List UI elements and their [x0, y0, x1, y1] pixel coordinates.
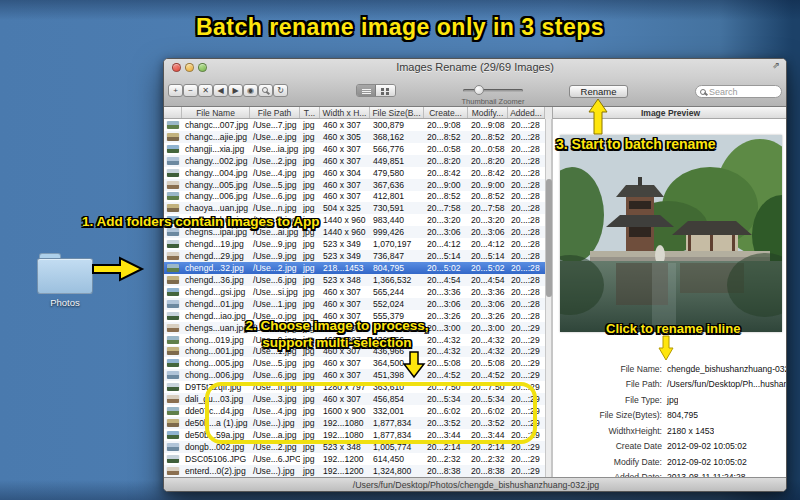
cell: enterd...0(2).jpg [182, 466, 250, 476]
cell: 1,324,800 [370, 466, 424, 476]
cell: /Use...7.jpg [250, 120, 300, 130]
thumbnail-zoomer-knob[interactable] [474, 85, 484, 95]
metadata-value[interactable]: /Users/fun/Desktop/Ph...hushanzhuang-032… [662, 379, 786, 389]
back-icon[interactable]: ◀ [213, 84, 228, 97]
column-header[interactable]: File Name [182, 107, 250, 118]
table-row[interactable]: chong...005.jpg/Use...5.jpgjpg460 x 3073… [164, 357, 545, 369]
inline-down-arrow-icon [658, 336, 674, 361]
table-row[interactable]: changy...004.jpg/Use...4.jpgjpg460 x 304… [164, 167, 545, 179]
cell: jpg [300, 168, 320, 178]
table-row[interactable]: changy...006.jpg/Use...6.jpgjpg460 x 307… [164, 191, 545, 203]
cell: chengd...29.jpg [182, 251, 250, 261]
cell: 20...8:38 [468, 466, 508, 476]
cell: 20...7:58 [468, 203, 508, 213]
search-input[interactable]: Search [695, 85, 782, 98]
table-row[interactable]: changji...xia.jpg/Use...ia.jpgjpg460 x 3… [164, 143, 545, 155]
table-row[interactable]: chengd...29.jpg/Use...9.jpgjpg523 x 3497… [164, 250, 545, 262]
cell: changy...005.jpg [182, 180, 250, 190]
column-header[interactable]: File Size(B... [370, 107, 424, 118]
table-row[interactable]: chengd...gsi.jpg/Use...si.jpgjpg460 x 30… [164, 286, 545, 298]
status-bar-path: /Users/fun/Desktop/Photos/chengde_bishus… [164, 477, 787, 492]
metadata-row: WidthxHeight:2180 x 1453 [556, 423, 786, 439]
fullscreen-icon[interactable]: ⇗ [772, 60, 780, 70]
add-icon[interactable]: + [168, 84, 183, 97]
cell: 20...4:32 [468, 346, 508, 356]
cell: 367,636 [370, 180, 424, 190]
thumbnail-icon [167, 169, 179, 177]
search-icon[interactable] [258, 84, 273, 97]
table-scrollbar-thumb[interactable] [546, 179, 552, 297]
cell: /Use...2.jpg [250, 263, 300, 273]
metadata-value[interactable]: 2012-09-02 10:05:02 [662, 457, 747, 467]
cell: 983,440 [370, 215, 424, 225]
cell: 20...:29 [508, 358, 545, 368]
cell: 412,801 [370, 191, 424, 201]
column-header[interactable]: Modify... [468, 107, 508, 118]
cell: changc...ajie.jpg [182, 132, 250, 142]
grid-view-icon[interactable] [376, 85, 395, 96]
cell: 999,426 [370, 227, 424, 237]
photos-folder-icon[interactable] [37, 258, 93, 294]
rename-button[interactable]: Rename [569, 85, 628, 98]
table-row[interactable]: chengd...32.jpg/Use...2.jpgjpg218...1453… [164, 262, 545, 274]
cell: 20...8:20 [468, 156, 508, 166]
list-view-icon[interactable] [357, 85, 376, 96]
cell: /Use...5.jpg [250, 358, 300, 368]
cell: 20...:29 [508, 346, 545, 356]
step2-down-arrow-icon [403, 351, 425, 378]
table-row[interactable]: enterd...0(2).jpg/Use...).jpgjpg192...12… [164, 465, 545, 477]
metadata-value[interactable]: jpg [662, 395, 678, 405]
thumbnail-icon [167, 443, 179, 451]
cell: 20...3:06 [424, 299, 468, 309]
table-row[interactable]: chaoya...uan.jpg/Use...n.jpgjpg504 x 325… [164, 202, 545, 214]
metadata-row: File Path:/Users/fun/Desktop/Ph...hushan… [556, 377, 786, 393]
cell: jpg [300, 454, 320, 464]
cell: 20...4:54 [424, 275, 468, 285]
cell: 20...:28 [508, 132, 545, 142]
table-scrollbar[interactable] [545, 119, 552, 477]
table-row[interactable]: changy...005.jpg/Use...5.jpgjpg460 x 307… [164, 179, 545, 191]
metadata-value[interactable]: 2180 x 1453 [662, 426, 714, 436]
cell: 20...5:02 [468, 263, 508, 273]
table-row[interactable]: changc...007.jpg/Use...7.jpgjpg460 x 307… [164, 119, 545, 131]
cell: jpg [300, 132, 320, 142]
column-header[interactable]: Added... [508, 107, 545, 118]
thumbnail-icon [167, 359, 179, 367]
metadata-value[interactable]: 2012-09-02 10:05:02 [662, 441, 747, 451]
table-row[interactable]: chengd...01.jpg/Use...1.jpgjpg460 x 3075… [164, 298, 545, 310]
column-header[interactable]: Width x H... [320, 107, 370, 118]
table-row[interactable]: changy...002.jpg/Use...2.jpgjpg460 x 307… [164, 155, 545, 167]
remove-icon[interactable]: − [183, 84, 198, 97]
table-row[interactable]: chong...006.jpg/Use...6.jpgjpg460 x 3074… [164, 369, 545, 381]
cell: 20...0:58 [468, 144, 508, 154]
cell: jpg [300, 203, 320, 213]
column-header[interactable]: Create... [424, 107, 468, 118]
thumbnail-icon [167, 181, 179, 189]
cell: 368,162 [370, 132, 424, 142]
delete-icon[interactable]: ✕ [198, 84, 213, 97]
forward-icon[interactable]: ▶ [228, 84, 243, 97]
table-row[interactable]: chengd...36.jpg/Use...6.jpgjpg523 x 3481… [164, 274, 545, 286]
file-metadata-list: File Name:chengde_bishushanzhuang-032.jp… [556, 361, 786, 485]
refresh-icon[interactable]: ↻ [273, 84, 288, 97]
cell: 20...4:54 [468, 275, 508, 285]
thumbnail-zoomer-slider[interactable] [463, 89, 523, 92]
cell: jpg [300, 275, 320, 285]
thumbnail-icon [167, 455, 179, 463]
metadata-value[interactable]: 804,795 [662, 410, 698, 420]
cell: chengd...01.jpg [182, 299, 250, 309]
table-row[interactable]: chengd...19.jpg/Use...9.jpgjpg523 x 3491… [164, 238, 545, 250]
preview-photo [560, 135, 782, 332]
cell: 300,879 [370, 120, 424, 130]
table-row[interactable]: DSC05106.JPG/Use...6.JPGjpg192...1200614… [164, 453, 545, 465]
column-header[interactable]: File Path [250, 107, 300, 118]
search-icon [700, 89, 706, 95]
metadata-value[interactable]: chengde_bishushanzhuang-032.jpg [662, 364, 786, 374]
cell: 804,795 [370, 263, 424, 273]
annotation-inline-rename: Click to rename inline [606, 321, 740, 336]
column-header[interactable]: T... [300, 107, 320, 118]
preview-eye-icon[interactable]: ◉ [243, 84, 258, 97]
cell: 20...9:08 [468, 120, 508, 130]
cell: DSC05106.JPG [182, 454, 250, 464]
table-row[interactable]: changc...ajie.jpg/Use...e.jpgjpg460 x 30… [164, 131, 545, 143]
